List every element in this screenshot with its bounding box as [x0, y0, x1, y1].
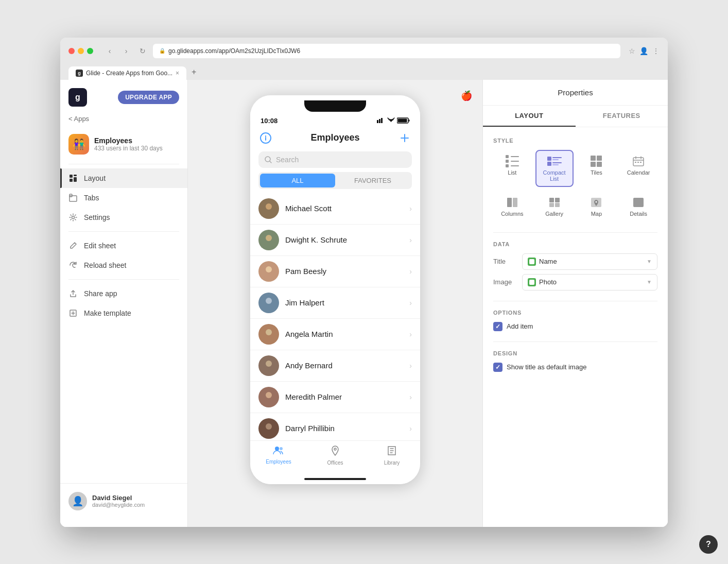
phone-search-bar[interactable]: Search — [258, 151, 412, 168]
traffic-lights — [68, 48, 93, 54]
svg-rect-46 — [513, 198, 517, 207]
tab-features[interactable]: FEATURES — [576, 106, 668, 127]
bottom-nav-offices[interactable]: Offices — [307, 445, 363, 466]
phone-status-bar: 10:08 — [250, 112, 420, 127]
style-name-details: Details — [630, 211, 647, 217]
chevron-icon: › — [409, 362, 412, 370]
section-sep-1 — [493, 232, 657, 233]
employee-name: Jim Halpert — [285, 298, 403, 307]
data-select-name[interactable]: Name ▼ — [522, 253, 657, 270]
svg-rect-12 — [398, 119, 407, 123]
tab-close-button[interactable]: × — [176, 70, 179, 77]
add-icon[interactable] — [397, 131, 412, 145]
tiles-style-icon — [588, 155, 604, 167]
sidebar-item-make-template[interactable]: Make template — [60, 303, 187, 323]
sidebar-item-tabs[interactable]: Tabs — [60, 188, 187, 208]
tab-layout[interactable]: LAYOUT — [483, 106, 576, 127]
chevron-icon: › — [409, 424, 412, 433]
data-section: DATA Title Name ▼ — [493, 241, 657, 290]
style-option-columns[interactable]: Columns — [493, 191, 531, 222]
close-traffic-light[interactable] — [68, 48, 75, 54]
svg-point-29 — [264, 399, 273, 404]
reload-button[interactable]: ↻ — [136, 45, 149, 57]
star-icon[interactable]: ☆ — [629, 47, 635, 55]
upgrade-button[interactable]: UPGRADE APP — [118, 91, 179, 104]
filter-tab-favorites[interactable]: FAVORITES — [335, 174, 410, 187]
style-grid: List — [493, 150, 657, 222]
show-title-checkbox[interactable]: ✓ — [493, 363, 502, 372]
edit-icon — [68, 241, 78, 250]
sidebar-item-share-app[interactable]: Share app — [60, 284, 187, 303]
data-badge-photo — [528, 278, 536, 286]
bottom-nav-employees[interactable]: Employees — [250, 445, 307, 466]
maximize-traffic-light[interactable] — [87, 48, 93, 54]
minimize-traffic-light[interactable] — [78, 48, 84, 54]
employee-name: Angela Martin — [285, 330, 403, 338]
design-section-label: DESIGN — [493, 350, 657, 356]
data-badge-photo-inner — [529, 280, 534, 285]
data-row-image: Image Photo ▼ — [493, 274, 657, 290]
svg-point-27 — [264, 368, 273, 373]
add-item-checkbox[interactable]: ✓ — [493, 322, 502, 331]
browser-nav: ‹ › ↻ — [103, 45, 149, 57]
list-item[interactable]: Pam Beesly › — [250, 256, 420, 287]
address-bar[interactable]: 🔒 go.glideapps.com/app/OAm2s2UzjLIDcTlx0… — [153, 44, 620, 58]
list-item[interactable]: Dwight K. Schrute › — [250, 225, 420, 256]
svg-rect-50 — [555, 203, 560, 207]
employees-nav-label: Employees — [266, 459, 291, 465]
style-option-map[interactable]: Map — [578, 191, 616, 222]
style-name-map: Map — [591, 211, 602, 217]
settings-label: Settings — [84, 213, 110, 221]
employees-nav-icon — [273, 445, 284, 458]
svg-rect-1 — [74, 175, 77, 176]
list-item[interactable]: Meredith Palmer › — [250, 382, 420, 413]
data-label-title: Title — [493, 258, 518, 265]
data-select-photo[interactable]: Photo ▼ — [522, 274, 657, 290]
template-icon — [68, 309, 78, 318]
chevron-icon: › — [409, 236, 412, 244]
svg-point-39 — [280, 447, 283, 450]
list-item[interactable]: Andy Bernard › — [250, 350, 420, 382]
style-option-list[interactable]: List — [493, 150, 531, 187]
employee-name: Meredith Palmer — [285, 392, 403, 401]
app-item: 👫 Employees 433 users in last 30 days — [60, 129, 187, 160]
user-icon[interactable]: 👤 — [639, 47, 648, 55]
sidebar-item-settings[interactable]: Settings — [60, 208, 187, 227]
list-item[interactable]: Michael Scott › — [250, 193, 420, 225]
style-option-calendar[interactable]: Calendar — [619, 150, 657, 187]
bottom-nav-library[interactable]: Library — [363, 445, 420, 466]
style-name-calendar: Calendar — [627, 169, 650, 176]
svg-rect-2 — [70, 179, 73, 182]
back-link[interactable]: < Apps — [60, 113, 187, 129]
info-icon[interactable] — [258, 131, 273, 145]
style-option-compact-list[interactable]: Compact List — [535, 150, 574, 187]
phone-top: 10:08 — [250, 95, 420, 127]
style-option-tiles[interactable]: Tiles — [578, 150, 616, 187]
sidebar-item-layout[interactable]: Layout — [60, 168, 187, 188]
details-style-icon — [630, 196, 647, 209]
sidebar-item-reload-sheet[interactable]: Reload sheet — [60, 255, 187, 275]
style-section: STYLE List — [493, 138, 657, 222]
sidebar-item-edit-sheet[interactable]: Edit sheet — [60, 236, 187, 255]
browser-tab-active[interactable]: g Glide - Create Apps from Goo... × — [68, 66, 186, 80]
filter-tab-all[interactable]: ALL — [260, 174, 335, 187]
svg-point-6 — [72, 216, 75, 218]
style-option-details[interactable]: Details — [619, 191, 657, 222]
avatar — [258, 387, 279, 407]
menu-icon[interactable]: ⋮ — [652, 47, 660, 55]
app-content: g UPGRADE APP < Apps 👫 Employees 433 use… — [60, 80, 668, 527]
browser-window: ‹ › ↻ 🔒 go.glideapps.com/app/OAm2s2UzjLI… — [60, 38, 668, 527]
svg-rect-48 — [555, 198, 560, 202]
new-tab-button[interactable]: + — [186, 64, 201, 80]
forward-button[interactable]: › — [120, 45, 132, 57]
svg-point-40 — [334, 448, 336, 450]
back-button[interactable]: ‹ — [103, 45, 116, 57]
list-item[interactable]: Darryl Phillibin › — [250, 413, 420, 440]
layout-label: Layout — [84, 174, 106, 182]
compact-list-style-icon — [546, 155, 563, 167]
list-item[interactable]: Angela Martin › — [250, 319, 420, 350]
browser-chrome: ‹ › ↻ 🔒 go.glideapps.com/app/OAm2s2UzjLI… — [60, 38, 668, 80]
list-item[interactable]: Jim Halpert › — [250, 287, 420, 319]
svg-rect-53 — [633, 198, 644, 207]
style-option-gallery[interactable]: Gallery — [535, 191, 574, 222]
